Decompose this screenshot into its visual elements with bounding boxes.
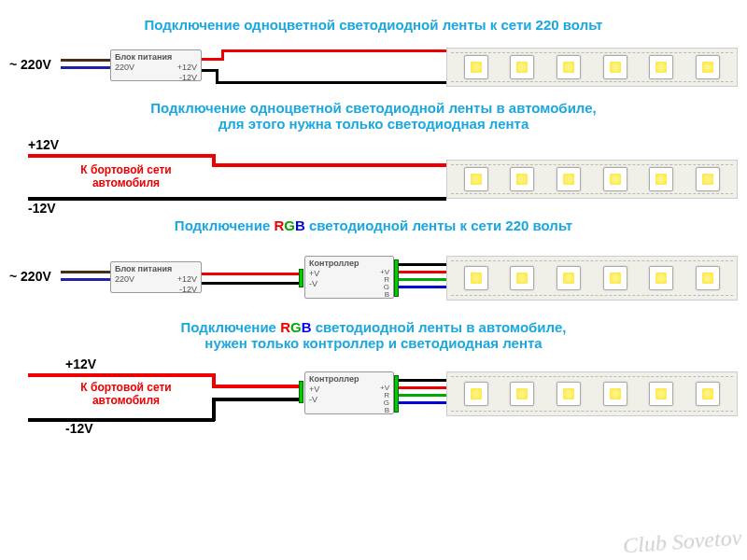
connector-icon [299,381,303,403]
mains-label: ~ 220V [9,269,51,284]
led-chip [696,266,720,290]
led-chip [603,167,627,191]
led-chip [510,382,534,406]
led-chip [510,167,534,191]
led-chip [603,266,627,290]
led-chip [603,382,627,406]
ctrl-title: Контроллер [309,374,389,385]
psu-in: 220V [115,274,134,285]
mains-label: ~ 220V [9,57,51,72]
led-chip [696,382,720,406]
ctrl-in-minus: -V [309,395,319,405]
led-chip [649,266,673,290]
led-chip [557,167,581,191]
controller-box: Контроллер +V -V +V R G B [304,256,394,299]
psu-in: 220V [115,63,134,73]
ctrl-title: Контроллер [309,259,389,269]
connector-icon [299,269,303,287]
psu-out-minus: -12V [177,285,197,295]
ctrl-out-b: B [380,291,389,299]
diagram-3: ~ 220V Блок питания 220V +12V -12V Контр… [9,245,738,312]
led-chip [603,55,627,79]
led-chip [696,55,720,79]
led-chip [510,55,534,79]
plus12-label: +12V [65,357,96,371]
title-2: Подключение одноцветной светодиодной лен… [9,100,738,132]
led-strip-1 [446,48,738,87]
onboard-label: К бортовой сети автомобиля [61,163,191,189]
minus12-label: -12V [65,421,93,436]
psu-title: Блок питания [115,52,197,63]
led-chip [557,55,581,79]
controller-box: Контроллер +V -V +V R G B [304,371,394,414]
led-chip [557,266,581,290]
psu-title: Блок питания [115,264,197,274]
led-chip [464,55,488,79]
plus12-label: +12V [28,137,59,152]
title-1: Подключение одноцветной светодиодной лен… [9,17,738,33]
led-chip [649,167,673,191]
title-4: Подключение RGB светодиодной ленты в авт… [9,319,738,351]
title-3: Подключение RGB светодиодной ленты к сет… [9,217,738,233]
minus12-label: -12V [28,201,56,216]
led-chip [510,266,534,290]
psu-box: Блок питания 220V +12V -12V [110,49,202,81]
onboard-label: К бортовой сети автомобиля [61,381,191,407]
psu-out-minus: -12V [177,73,197,83]
ctrl-in-plus: +V [309,385,319,395]
ctrl-in-minus: -V [309,279,319,289]
ctrl-in-plus: +V [309,269,319,279]
led-chip [464,266,488,290]
ctrl-out-b: B [380,407,389,414]
led-chip [557,382,581,406]
led-strip-3 [446,256,738,301]
led-strip-2 [446,160,738,199]
led-chip [464,382,488,406]
led-chip [696,167,720,191]
psu-box: Блок питания 220V +12V -12V [110,261,202,293]
psu-out-plus: +12V [177,63,197,73]
diagram-1: ~ 220V Блок питания 220V +12V -12V [9,44,738,92]
diagram-2: +12V К бортовой сети автомобиля -12V [9,143,738,210]
led-chip [649,382,673,406]
diagram-4: +12V К бортовой сети автомобиля -12V Кон… [9,362,738,429]
led-chip [464,167,488,191]
led-chip [649,55,673,79]
psu-out-plus: +12V [177,274,197,285]
led-strip-4 [446,371,738,416]
